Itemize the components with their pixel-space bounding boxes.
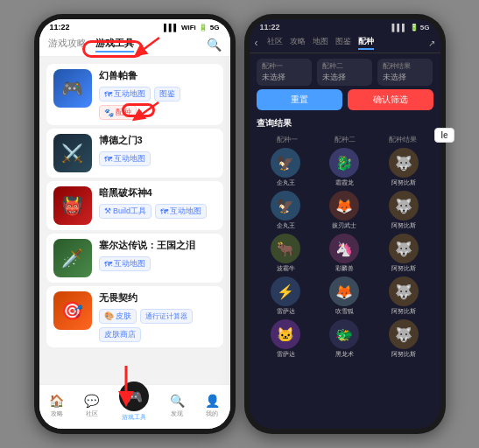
creature-avatar: 🦅 — [271, 191, 300, 220]
game-thumb-2: ⚔️ — [53, 134, 92, 172]
tag-map-4[interactable]: 🗺互动地图 — [99, 256, 151, 271]
nav-discover[interactable]: 🔍 发现 — [170, 394, 185, 418]
tag-build-3[interactable]: ⚒ Build工具 — [99, 204, 152, 219]
reset-button[interactable]: 重置 — [257, 89, 342, 110]
game-thumb-5: 🎯 — [53, 291, 92, 330]
breed-select-2[interactable]: 配种二 未选择 — [317, 59, 372, 86]
table-row: 🐱 雷萨达 🐲 黑龙术 🐺 阿努比斯 — [257, 319, 433, 359]
breed-select-1[interactable]: 配种一 未选择 — [257, 59, 312, 86]
creature-name: 阿努比斯 — [391, 221, 416, 230]
game-info-2: 博德之门3 🗺互动地图 — [99, 134, 216, 166]
creature-avatar: 🦅 — [271, 148, 300, 178]
creature-name: 拔刃武士 — [332, 221, 356, 230]
table-row: ⚡ 雷萨达 🦊 吹雪狐 🐺 阿努比斯 — [257, 276, 433, 316]
map-icon: 🗺 — [104, 90, 112, 99]
nav-label-profile: 我的 — [206, 410, 218, 418]
tab-breed[interactable]: 配种 — [358, 36, 374, 50]
signal-label: 5G — [210, 24, 220, 32]
nav-community[interactable]: 💬 社区 — [84, 394, 99, 418]
creature-avatar: 🐺 — [389, 276, 419, 306]
tab-strategy[interactable]: 游戏攻略 — [48, 37, 87, 52]
game-title-3: 暗黑破坏神4 — [99, 186, 216, 200]
list-item[interactable]: ⚔️ 博德之门3 🗺互动地图 — [46, 129, 223, 178]
tab-community[interactable]: 社区 — [267, 36, 283, 50]
result-cell-p1: 🦅 企丸王 — [257, 148, 315, 187]
list-item[interactable]: 🎯 无畏契约 🎨 皮肤 通行证计算器 皮肤商店 — [46, 286, 223, 347]
annotation-arrow-top — [129, 33, 164, 60]
col-header-2: 配种二 — [316, 135, 374, 144]
game-title-5: 无畏契约 — [99, 291, 216, 304]
creature-name: 黑龙术 — [335, 350, 354, 359]
creature-avatar: 🐱 — [271, 319, 300, 349]
result-cell-p1: 🦅 企丸王 — [257, 191, 315, 230]
result-cell-p1: 🐂 波霸牛 — [257, 234, 315, 273]
result-cell-child: 🐺 阿努比斯 — [374, 276, 433, 316]
time-right: 11:22 — [260, 23, 280, 32]
home-icon: 🏠 — [49, 394, 64, 408]
wifi-icon: WiFi — [181, 24, 196, 32]
list-item[interactable]: 🗡️ 塞尔达传说：王国之泪 🗺互动地图 — [46, 234, 223, 283]
creature-name: 阿努比斯 — [391, 350, 416, 359]
right-phone: 11:22 ▌▌▌ 🔋 5G ‹ 社区 攻略 地图 图鉴 配种 ↗ — [244, 14, 446, 434]
game-info-4: 塞尔达传说：王国之泪 🗺互动地图 — [99, 239, 216, 271]
tag-map-2[interactable]: 🗺互动地图 — [99, 151, 151, 166]
nav-strategy[interactable]: 🏠 攻略 — [49, 394, 64, 418]
result-cell-p1: 🐱 雷萨达 — [257, 319, 315, 359]
tag-shop-5[interactable]: 皮肤商店 — [99, 327, 141, 342]
creature-avatar: ⚡ — [271, 276, 300, 306]
breed-val-result: 未选择 — [383, 72, 427, 83]
annotation-arrow-breed — [122, 98, 166, 129]
result-cell-p2: 🦄 彩麟兽 — [315, 234, 374, 273]
results-section: 查询结果 配种一 配种二 配种结果 🦅 企丸王 🐉 霜霞龙 🐺 阿努比斯 🦅 企… — [250, 114, 440, 429]
creature-name: 阿努比斯 — [391, 307, 416, 316]
creature-name: 阿努比斯 — [391, 264, 416, 273]
game-title-4: 塞尔达传说：王国之泪 — [99, 239, 216, 252]
creature-avatar: 🐺 — [389, 234, 419, 263]
tag-map-3[interactable]: 🗺互动地图 — [155, 204, 207, 219]
signal-right: ▌▌▌ — [392, 24, 407, 32]
nav-bar-right: ‹ 社区 攻略 地图 图鉴 配种 ↗ — [250, 33, 440, 53]
battery-icon: 🔋 — [199, 24, 208, 32]
table-row: 🦅 企丸王 🦊 拔刃武士 🐺 阿努比斯 — [257, 191, 433, 230]
result-cell-p1: ⚡ 雷萨达 — [257, 276, 315, 316]
back-icon[interactable]: ‹ — [255, 37, 258, 49]
creature-avatar: 🦄 — [329, 234, 359, 263]
tab-guide[interactable]: 图鉴 — [335, 36, 351, 50]
tab-map[interactable]: 地图 — [313, 36, 328, 50]
status-bar-right: 11:22 ▌▌▌ 🔋 5G — [250, 19, 440, 33]
list-item[interactable]: 👹 暗黑破坏神4 ⚒ Build工具 🗺互动地图 — [46, 181, 223, 230]
game-tags-3: ⚒ Build工具 🗺互动地图 — [99, 204, 216, 219]
creature-avatar: 🐂 — [271, 234, 300, 263]
creature-name: 雷萨达 — [277, 307, 295, 316]
creature-name: 彩麟兽 — [335, 264, 354, 273]
creature-avatar: 🐺 — [389, 148, 419, 178]
status-bar-left: 11:22 ▌▌▌ WiFi 🔋 5G — [39, 19, 230, 33]
profile-icon: 👤 — [205, 394, 220, 408]
result-cell-child: 🐺 阿努比斯 — [374, 234, 433, 273]
community-icon: 💬 — [84, 394, 99, 408]
map-icon-3: 🗺 — [160, 207, 168, 216]
creature-avatar: 🐺 — [389, 191, 419, 220]
battery-right: 🔋 5G — [410, 24, 430, 32]
left-phone: 11:22 ▌▌▌ WiFi 🔋 5G 游戏攻略 游戏工具 🔍 — [34, 14, 236, 434]
creature-name: 雷萨达 — [277, 350, 295, 359]
search-icon[interactable]: 🔍 — [207, 38, 222, 52]
breed-label-1: 配种一 — [262, 61, 306, 71]
map-icon-2: 🗺 — [104, 155, 112, 164]
breed-label-2: 配种二 — [322, 61, 367, 71]
results-title: 查询结果 — [257, 117, 433, 130]
breed-select-result[interactable]: 配种结果 未选择 — [377, 59, 433, 86]
share-icon[interactable]: ↗ — [428, 38, 435, 48]
result-cell-p2: 🐉 霜霞龙 — [315, 148, 374, 187]
creature-name: 吹雪狐 — [335, 307, 354, 316]
confirm-button[interactable]: 确认筛选 — [348, 89, 433, 110]
tab-strategy-r[interactable]: 攻略 — [290, 36, 306, 50]
tag-pass-5[interactable]: 通行证计算器 — [140, 309, 193, 324]
result-cell-p2: 🐲 黑龙术 — [315, 319, 374, 359]
annotation-arrow-bottom — [104, 366, 148, 410]
tag-skin-5[interactable]: 🎨 皮肤 — [99, 309, 137, 324]
col-header-1: 配种一 — [258, 135, 316, 144]
game-thumb-1: 🎮 — [53, 69, 92, 108]
nav-profile[interactable]: 👤 我的 — [205, 394, 220, 418]
creature-name: 霜霞龙 — [335, 178, 354, 187]
